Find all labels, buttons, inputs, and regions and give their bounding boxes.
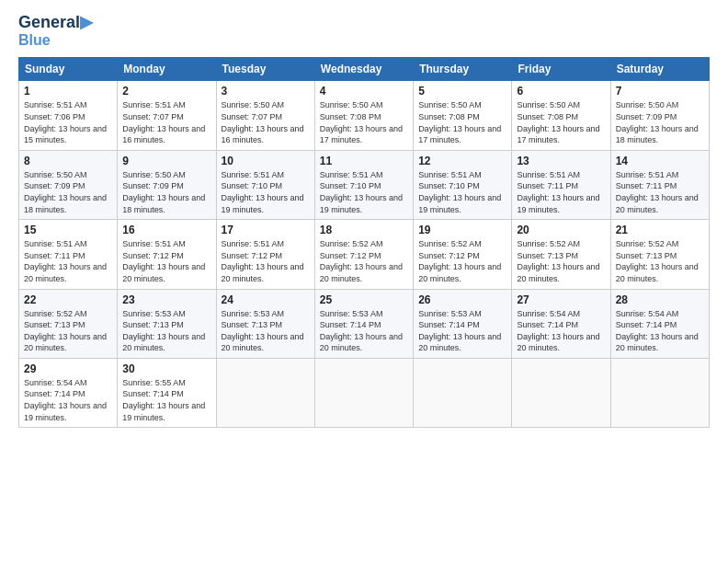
day-number: 9 xyxy=(122,155,210,167)
day-info: Sunrise: 5:51 AM Sunset: 7:10 PM Dayligh… xyxy=(418,169,506,215)
day-info: Sunrise: 5:50 AM Sunset: 7:08 PM Dayligh… xyxy=(418,99,506,145)
table-row: 14 Sunrise: 5:51 AM Sunset: 7:11 PM Dayl… xyxy=(610,150,709,219)
table-row: 1 Sunrise: 5:51 AM Sunset: 7:06 PM Dayli… xyxy=(19,81,118,150)
week-row-4: 22 Sunrise: 5:52 AM Sunset: 7:13 PM Dayl… xyxy=(19,289,710,358)
day-info: Sunrise: 5:52 AM Sunset: 7:13 PM Dayligh… xyxy=(24,308,112,354)
day-number: 3 xyxy=(222,85,310,98)
day-number: 17 xyxy=(222,224,310,236)
day-info: Sunrise: 5:52 AM Sunset: 7:12 PM Dayligh… xyxy=(418,238,506,284)
day-info: Sunrise: 5:51 AM Sunset: 7:12 PM Dayligh… xyxy=(122,238,210,284)
day-number: 23 xyxy=(122,293,210,306)
logo: General▶ Blue xyxy=(18,14,93,48)
table-row: 22 Sunrise: 5:52 AM Sunset: 7:13 PM Dayl… xyxy=(19,289,118,358)
week-row-5: 29 Sunrise: 5:54 AM Sunset: 7:14 PM Dayl… xyxy=(19,358,710,427)
col-saturday: Saturday xyxy=(610,58,709,81)
day-number: 2 xyxy=(122,85,210,98)
table-row: 10 Sunrise: 5:51 AM Sunset: 7:10 PM Dayl… xyxy=(216,150,314,219)
table-row xyxy=(512,358,610,427)
table-row: 6 Sunrise: 5:50 AM Sunset: 7:08 PM Dayli… xyxy=(512,81,610,150)
table-row: 17 Sunrise: 5:51 AM Sunset: 7:12 PM Dayl… xyxy=(216,220,314,289)
header-row: Sunday Monday Tuesday Wednesday Thursday… xyxy=(19,58,710,81)
table-row xyxy=(414,358,512,427)
day-number: 15 xyxy=(24,224,112,236)
day-info: Sunrise: 5:50 AM Sunset: 7:09 PM Dayligh… xyxy=(616,99,704,145)
day-number: 12 xyxy=(418,155,506,167)
day-info: Sunrise: 5:50 AM Sunset: 7:07 PM Dayligh… xyxy=(222,99,310,145)
table-row: 19 Sunrise: 5:52 AM Sunset: 7:12 PM Dayl… xyxy=(414,220,512,289)
col-tuesday: Tuesday xyxy=(216,58,314,81)
day-info: Sunrise: 5:51 AM Sunset: 7:10 PM Dayligh… xyxy=(320,169,408,215)
table-row: 30 Sunrise: 5:55 AM Sunset: 7:14 PM Dayl… xyxy=(118,358,216,427)
day-number: 24 xyxy=(222,293,310,306)
table-row xyxy=(610,358,709,427)
page-header: General▶ Blue xyxy=(18,14,710,48)
day-number: 18 xyxy=(320,224,408,236)
day-info: Sunrise: 5:53 AM Sunset: 7:13 PM Dayligh… xyxy=(222,308,310,354)
day-number: 29 xyxy=(24,362,112,375)
col-thursday: Thursday xyxy=(414,58,512,81)
table-row: 23 Sunrise: 5:53 AM Sunset: 7:13 PM Dayl… xyxy=(118,289,216,358)
logo-text2: Blue xyxy=(18,32,93,49)
day-info: Sunrise: 5:50 AM Sunset: 7:08 PM Dayligh… xyxy=(517,99,605,145)
day-info: Sunrise: 5:53 AM Sunset: 7:14 PM Dayligh… xyxy=(418,308,506,354)
day-number: 4 xyxy=(320,85,408,98)
day-info: Sunrise: 5:53 AM Sunset: 7:13 PM Dayligh… xyxy=(122,308,210,354)
day-number: 20 xyxy=(517,224,605,236)
day-number: 30 xyxy=(122,362,210,375)
day-number: 1 xyxy=(24,85,112,98)
table-row: 28 Sunrise: 5:54 AM Sunset: 7:14 PM Dayl… xyxy=(610,289,709,358)
week-row-1: 1 Sunrise: 5:51 AM Sunset: 7:06 PM Dayli… xyxy=(19,81,710,150)
table-row: 8 Sunrise: 5:50 AM Sunset: 7:09 PM Dayli… xyxy=(19,150,118,219)
day-number: 8 xyxy=(24,155,112,167)
day-info: Sunrise: 5:51 AM Sunset: 7:06 PM Dayligh… xyxy=(24,99,112,145)
day-number: 27 xyxy=(517,293,605,306)
day-number: 16 xyxy=(122,224,210,236)
day-info: Sunrise: 5:54 AM Sunset: 7:14 PM Dayligh… xyxy=(616,308,704,354)
table-row: 25 Sunrise: 5:53 AM Sunset: 7:14 PM Dayl… xyxy=(314,289,413,358)
table-row xyxy=(314,358,413,427)
day-number: 11 xyxy=(320,155,408,167)
day-info: Sunrise: 5:50 AM Sunset: 7:08 PM Dayligh… xyxy=(320,99,408,145)
day-number: 6 xyxy=(517,85,605,98)
day-info: Sunrise: 5:52 AM Sunset: 7:12 PM Dayligh… xyxy=(320,238,408,284)
week-row-2: 8 Sunrise: 5:50 AM Sunset: 7:09 PM Dayli… xyxy=(19,150,710,219)
logo-text: General▶ xyxy=(18,14,93,32)
table-row: 11 Sunrise: 5:51 AM Sunset: 7:10 PM Dayl… xyxy=(314,150,413,219)
table-row: 24 Sunrise: 5:53 AM Sunset: 7:13 PM Dayl… xyxy=(216,289,314,358)
day-number: 26 xyxy=(418,293,506,306)
table-row: 18 Sunrise: 5:52 AM Sunset: 7:12 PM Dayl… xyxy=(314,220,413,289)
col-sunday: Sunday xyxy=(19,58,118,81)
table-row: 3 Sunrise: 5:50 AM Sunset: 7:07 PM Dayli… xyxy=(216,81,314,150)
table-row: 4 Sunrise: 5:50 AM Sunset: 7:08 PM Dayli… xyxy=(314,81,413,150)
table-row: 29 Sunrise: 5:54 AM Sunset: 7:14 PM Dayl… xyxy=(19,358,118,427)
day-number: 14 xyxy=(616,155,704,167)
day-info: Sunrise: 5:51 AM Sunset: 7:11 PM Dayligh… xyxy=(24,238,112,284)
day-info: Sunrise: 5:55 AM Sunset: 7:14 PM Dayligh… xyxy=(122,377,210,423)
table-row xyxy=(216,358,314,427)
day-info: Sunrise: 5:54 AM Sunset: 7:14 PM Dayligh… xyxy=(517,308,605,354)
day-info: Sunrise: 5:51 AM Sunset: 7:10 PM Dayligh… xyxy=(222,169,310,215)
table-row: 7 Sunrise: 5:50 AM Sunset: 7:09 PM Dayli… xyxy=(610,81,709,150)
day-info: Sunrise: 5:54 AM Sunset: 7:14 PM Dayligh… xyxy=(24,377,112,423)
table-row: 27 Sunrise: 5:54 AM Sunset: 7:14 PM Dayl… xyxy=(512,289,610,358)
day-number: 5 xyxy=(418,85,506,98)
table-row: 26 Sunrise: 5:53 AM Sunset: 7:14 PM Dayl… xyxy=(414,289,512,358)
table-row: 21 Sunrise: 5:52 AM Sunset: 7:13 PM Dayl… xyxy=(610,220,709,289)
day-info: Sunrise: 5:51 AM Sunset: 7:12 PM Dayligh… xyxy=(222,238,310,284)
day-number: 28 xyxy=(616,293,704,306)
week-row-3: 15 Sunrise: 5:51 AM Sunset: 7:11 PM Dayl… xyxy=(19,220,710,289)
table-row: 9 Sunrise: 5:50 AM Sunset: 7:09 PM Dayli… xyxy=(118,150,216,219)
col-monday: Monday xyxy=(118,58,216,81)
day-number: 22 xyxy=(24,293,112,306)
day-number: 25 xyxy=(320,293,408,306)
table-row: 13 Sunrise: 5:51 AM Sunset: 7:11 PM Dayl… xyxy=(512,150,610,219)
day-info: Sunrise: 5:51 AM Sunset: 7:07 PM Dayligh… xyxy=(122,99,210,145)
table-row: 5 Sunrise: 5:50 AM Sunset: 7:08 PM Dayli… xyxy=(414,81,512,150)
calendar-table: Sunday Monday Tuesday Wednesday Thursday… xyxy=(18,57,710,428)
day-info: Sunrise: 5:51 AM Sunset: 7:11 PM Dayligh… xyxy=(517,169,605,215)
col-wednesday: Wednesday xyxy=(314,58,413,81)
day-number: 13 xyxy=(517,155,605,167)
day-info: Sunrise: 5:51 AM Sunset: 7:11 PM Dayligh… xyxy=(616,169,704,215)
day-number: 7 xyxy=(616,85,704,98)
table-row: 16 Sunrise: 5:51 AM Sunset: 7:12 PM Dayl… xyxy=(118,220,216,289)
